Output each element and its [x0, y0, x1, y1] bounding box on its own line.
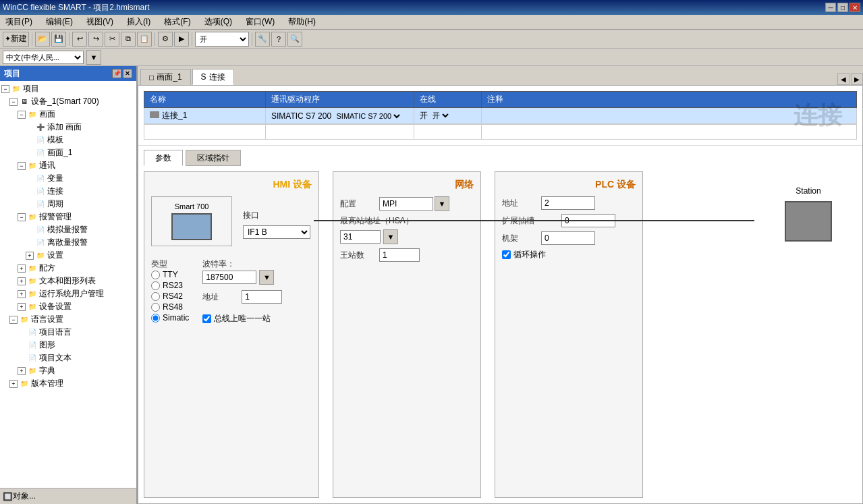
sidebar-close-button[interactable]: ✕ [123, 69, 132, 78]
radio-simatic-input[interactable] [151, 314, 160, 323]
param-tab-params[interactable]: 参数 [144, 150, 183, 166]
language-select[interactable]: 中文(中华人民... [3, 51, 84, 64]
sidebar-item-projtext[interactable]: 📄项目文本 [1, 352, 135, 364]
master-count-input[interactable] [379, 248, 420, 262]
sidebar-item-config[interactable]: +📁配方 [1, 262, 135, 275]
menu-item-窗口W[interactable]: 窗口(W) [242, 15, 279, 29]
plc-rack-input[interactable] [541, 231, 595, 245]
close-button[interactable]: ✕ [850, 3, 860, 12]
tree-expand-settings[interactable]: + [26, 252, 34, 260]
tab-connection[interactable]: S 连接 [192, 69, 234, 85]
tree-expand-dict[interactable]: + [18, 367, 26, 375]
tab-nav-right[interactable]: ▶ [851, 73, 863, 85]
compile-button[interactable]: ⚙ [158, 32, 173, 47]
redo-button[interactable]: ↪ [88, 32, 103, 47]
sidebar-item-analogalarm[interactable]: 📄模拟量报警 [1, 223, 135, 236]
menu-item-插入I[interactable]: 插入(I) [123, 15, 155, 29]
sidebar-item-sysusermgr[interactable]: +📁运行系统用户管理 [1, 287, 135, 300]
sidebar-item-screen[interactable]: −📁画面 [1, 108, 135, 121]
tree-expand-sysusermgr[interactable]: + [18, 290, 26, 298]
conn-row-driver: SIMATIC S7 200 SIMATIC S7 200 [266, 108, 414, 124]
sidebar-item-period[interactable]: 📄周期 [1, 198, 135, 211]
mode-dropdown[interactable]: 开 [195, 32, 249, 47]
sidebar-item-versionmgr[interactable]: +📁版本管理 [1, 377, 135, 390]
tree-expand-screen[interactable]: − [18, 111, 26, 119]
sidebar-item-devconfig[interactable]: +📁设备设置 [1, 300, 135, 313]
config-dropdown-button[interactable]: ▼ [435, 196, 449, 211]
sidebar-item-settings[interactable]: +📁设置 [1, 249, 135, 262]
online-select[interactable]: 开 [430, 111, 451, 120]
interface-select[interactable]: IF1 B [243, 225, 310, 239]
sidebar-item-conn[interactable]: 📄连接 [1, 185, 135, 198]
sidebar-item-projlang[interactable]: 📄项目语言 [1, 326, 135, 339]
sidebar-item-screen1[interactable]: 📄画面_1 [1, 146, 135, 159]
new-button[interactable]: ✦ 新建 [3, 32, 29, 47]
addr-input[interactable] [242, 290, 282, 304]
max-station-input[interactable] [340, 230, 381, 244]
bus-checkbox[interactable] [202, 314, 211, 323]
paste-button[interactable]: 📋 [137, 32, 152, 47]
lang-settings-button[interactable]: ▼ [86, 50, 101, 65]
empty-row-comment [482, 125, 857, 140]
plc-addr-input[interactable] [541, 196, 595, 210]
tree-expand-devconfig[interactable]: + [18, 303, 26, 311]
sidebar-item-addscreen[interactable]: ➕添加 画面 [1, 121, 135, 134]
copy-button[interactable]: ⧉ [121, 32, 136, 47]
tree-expand-comm[interactable]: − [18, 162, 26, 170]
tree-expand-langsettings[interactable]: − [9, 316, 18, 324]
cut-button[interactable]: ✂ [105, 32, 119, 47]
menu-item-项目P[interactable]: 项目(P) [1, 15, 36, 29]
menu-item-帮助H[interactable]: 帮助(H) [284, 15, 320, 29]
sidebar-item-alarm[interactable]: −📁报警管理 [1, 211, 135, 223]
menu-item-视图V[interactable]: 视图(V) [82, 15, 117, 29]
sidebar-pin-button[interactable]: 📌 [112, 69, 121, 78]
sidebar-item-graphics[interactable]: 📄图形 [1, 339, 135, 352]
sidebar-item-template[interactable]: 📄模板 [1, 134, 135, 146]
tree-expand-textgraphlist[interactable]: + [18, 277, 26, 285]
open-button[interactable]: 📂 [35, 32, 50, 47]
maximize-button[interactable]: □ [837, 3, 848, 12]
tree-icon-addscreen: ➕ [35, 123, 46, 132]
menu-item-选项Q[interactable]: 选项(Q) [200, 15, 236, 29]
transfer-button[interactable]: ▶ [174, 32, 189, 47]
tab-screen1[interactable]: □ 画面_1 [140, 69, 191, 85]
menu-item-格式F[interactable]: 格式(F) [160, 15, 194, 29]
undo-button[interactable]: ↩ [72, 32, 87, 47]
max-station-dropdown-button[interactable]: ▼ [383, 229, 398, 244]
settings-button[interactable]: 🔧 [255, 32, 270, 47]
tree-expand-config[interactable]: + [18, 264, 26, 273]
sidebar-item-dev1[interactable]: −🖥设备_1(Smart 700) [1, 95, 135, 108]
radio-rs42-input[interactable] [151, 292, 160, 301]
table-row[interactable]: 连接_1SIMATIC S7 200 SIMATIC S7 200开 开 [144, 108, 857, 124]
sidebar-item-vars[interactable]: 📄变量 [1, 172, 135, 185]
search-button[interactable]: 🔍 [287, 32, 302, 47]
radio-tty-input[interactable] [151, 271, 160, 279]
cyclic-op-checkbox[interactable] [502, 250, 511, 259]
sidebar-item-proj[interactable]: −📁项目 [1, 82, 135, 95]
tree-expand-proj[interactable]: − [1, 85, 9, 93]
config-input[interactable] [379, 197, 433, 211]
sidebar-item-textgraphlist[interactable]: +📁文本和图形列表 [1, 275, 135, 287]
driver-select[interactable]: SIMATIC S7 200 [333, 111, 402, 121]
save-button[interactable]: 💾 [51, 32, 66, 47]
sidebar-item-discretealarm[interactable]: 📄离散量报警 [1, 236, 135, 249]
minimize-button[interactable]: ─ [825, 3, 836, 12]
tree-expand-versionmgr[interactable]: + [9, 380, 18, 388]
type-radio-group: TTY RS23 RS42 RS48 [151, 270, 189, 323]
sidebar-item-langsettings[interactable]: −📁语言设置 [1, 313, 135, 326]
radio-rs48-input[interactable] [151, 303, 160, 312]
radio-rs23-input[interactable] [151, 281, 160, 290]
menu-item-编辑E[interactable]: 编辑(E) [42, 15, 77, 29]
tree-expand-dev1[interactable]: − [9, 98, 18, 106]
param-tab-params-label: 参数 [155, 152, 171, 164]
tree-expand-alarm[interactable]: − [18, 213, 26, 221]
interface-label: 接口 [243, 210, 310, 221]
param-tab-area-pointer[interactable]: 区域指针 [186, 150, 241, 166]
sidebar-item-dict[interactable]: +📁字典 [1, 364, 135, 377]
station-label: Station [796, 186, 820, 196]
baud-dropdown-button[interactable]: ▼ [259, 270, 274, 285]
tab-nav-left[interactable]: ◀ [837, 73, 850, 85]
baud-input[interactable] [202, 271, 256, 284]
sidebar-item-comm[interactable]: −📁通讯 [1, 159, 135, 172]
help-button[interactable]: ? [271, 32, 286, 47]
